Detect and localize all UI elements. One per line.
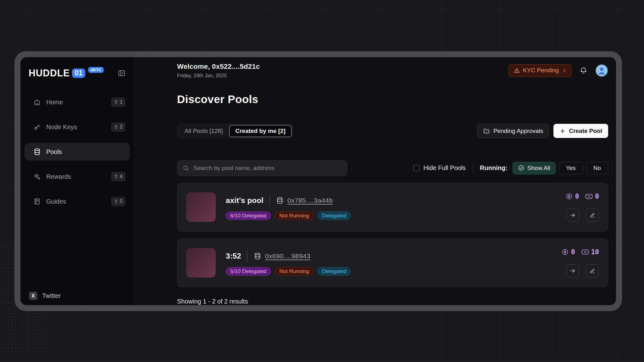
edit-pool-button[interactable] — [586, 209, 599, 222]
key-icon — [33, 123, 41, 131]
date-text: Friday, 24th Jan, 2025 — [177, 73, 260, 79]
hide-full-pools-checkbox[interactable] — [414, 165, 420, 171]
kyc-pending-button[interactable]: KYC Pending — [508, 64, 572, 77]
pending-approvals-button[interactable]: Pending Approvals — [477, 124, 549, 138]
sidebar-item-label: Rewards — [46, 173, 71, 180]
welcome-block: Welcome, 0x522....5d21c Friday, 24th Jan… — [177, 63, 260, 79]
sidebar-item-label: Node Keys — [46, 123, 77, 131]
tab-all-pools[interactable]: All Pools [128] — [179, 125, 229, 137]
sidebar-item-guides[interactable]: Guides ⇧ 5 — [25, 193, 130, 210]
running-no-button[interactable]: No — [586, 162, 608, 174]
pool-address-link[interactable]: 0x690....98943 — [265, 252, 311, 260]
main-panel: Welcome, 0x522....5d21c Friday, 24th Jan… — [134, 57, 616, 305]
sparkles-icon — [33, 173, 41, 180]
pool-card: axit's pool 0x785....3a44b 6/10 Delegate… — [177, 183, 608, 232]
pencil-icon — [589, 268, 596, 274]
ticket-icon — [585, 193, 593, 200]
hide-full-pools-label: Hide Full Pools — [424, 164, 466, 172]
search-input[interactable] — [193, 165, 342, 172]
warning-icon — [514, 67, 520, 74]
divider — [473, 163, 473, 173]
arrow-right-icon — [569, 268, 576, 274]
sidebar-footer: X Twitter — [25, 292, 130, 302]
pool-head: 3:52 0x690....98943 — [226, 250, 351, 262]
sidebar-item-label: Pools — [46, 148, 62, 156]
sidebar-item-pools[interactable]: Pools — [25, 143, 130, 161]
coin-icon — [565, 193, 573, 200]
shift-icon: ⇧ — [114, 99, 118, 106]
open-pool-button[interactable] — [566, 264, 579, 277]
stats-row: 0 10 — [561, 248, 599, 256]
sidebar-collapse-icon[interactable] — [118, 69, 126, 77]
twitter-link[interactable]: Twitter — [42, 292, 61, 299]
filter-row: Hide Full Pools Running: Show All Yes No — [177, 160, 608, 176]
pool-head: axit's pool 0x785....3a44b — [226, 194, 351, 207]
brand-logo: HUDDLE 01 dRTC — [29, 68, 126, 79]
book-icon — [33, 198, 41, 205]
ticket-icon — [581, 248, 589, 256]
pool-tabs: All Pools [128] Created by me [2] — [177, 124, 293, 138]
chevron-right-icon — [562, 68, 567, 73]
pool-thumbnail — [186, 248, 216, 277]
brand-drtc-badge: dRTC — [88, 67, 104, 73]
divider — [269, 195, 270, 206]
badge-row: 6/10 Delegated Not Running Delegated — [226, 211, 351, 220]
edit-pool-button[interactable] — [586, 264, 599, 277]
running-label: Running: — [480, 164, 508, 172]
database-icon — [33, 148, 41, 156]
delegated-status-badge: Delegated — [318, 267, 351, 276]
pool-card: 3:52 0x690....98943 5/10 Delegated Not R… — [177, 239, 608, 287]
delegated-status-badge: Delegated — [318, 211, 351, 220]
badge-row: 5/10 Delegated Not Running Delegated — [226, 267, 351, 276]
tab-created-by-me[interactable]: Created by me [2] — [229, 125, 291, 137]
action-row — [566, 209, 599, 222]
sidebar: HUDDLE 01 dRTC Home ⇧ 1 Node Keys ⇧ — [20, 57, 134, 305]
filter-right: Hide Full Pools Running: Show All Yes No — [414, 162, 608, 174]
shift-icon: ⇧ — [114, 173, 118, 180]
sidebar-item-label: Guides — [46, 198, 66, 205]
running-show-all-button[interactable]: Show All — [513, 162, 556, 174]
delegation-badge: 5/10 Delegated — [226, 267, 271, 276]
notification-bell-icon[interactable] — [579, 66, 588, 75]
credits-stat: 0 — [561, 248, 575, 256]
pool-name: 3:52 — [226, 252, 241, 261]
tickets-stat: 0 — [585, 193, 599, 200]
running-yes-button[interactable]: Yes — [559, 162, 583, 174]
sidebar-item-node-keys[interactable]: Node Keys ⇧ 2 — [25, 118, 130, 136]
shortcut-badge: ⇧ 2 — [111, 122, 125, 132]
create-pool-button[interactable]: Create Pool — [553, 124, 608, 138]
app-window: HUDDLE 01 dRTC Home ⇧ 1 Node Keys ⇧ — [20, 57, 616, 305]
tickets-stat: 10 — [581, 248, 599, 256]
check-circle-icon — [518, 165, 525, 171]
stats-row: 0 0 — [565, 193, 599, 200]
pool-info: 3:52 0x690....98943 5/10 Delegated Not R… — [226, 250, 351, 276]
results-summary: Showing 1 - 2 of 2 results — [177, 298, 608, 305]
home-icon — [33, 98, 41, 106]
shortcut-badge: ⇧ 5 — [111, 197, 125, 206]
divider — [247, 250, 248, 262]
shift-icon: ⇧ — [114, 124, 118, 130]
pool-right: 0 10 — [561, 239, 599, 287]
topbar-right: KYC Pending — [508, 64, 608, 77]
page-title: Discover Pools — [177, 93, 608, 106]
controls-right: Pending Approvals Create Pool — [477, 124, 608, 138]
x-twitter-icon[interactable]: X — [29, 292, 37, 300]
pool-thumbnail — [186, 192, 216, 222]
sidebar-item-home[interactable]: Home ⇧ 1 — [25, 93, 130, 111]
delegation-badge: 6/10 Delegated — [226, 211, 271, 220]
open-pool-button[interactable] — [566, 209, 579, 222]
database-icon — [254, 252, 261, 260]
pool-address-link[interactable]: 0x785....3a44b — [287, 197, 333, 204]
avatar[interactable] — [595, 64, 608, 77]
shortcut-badge: ⇧ 1 — [111, 97, 125, 107]
search-box — [177, 160, 347, 176]
search-icon — [182, 165, 189, 172]
plus-icon — [559, 128, 566, 134]
welcome-text: Welcome, 0x522....5d21c — [177, 63, 260, 71]
arrow-right-icon — [569, 212, 576, 218]
shift-icon: ⇧ — [114, 198, 118, 205]
sidebar-item-rewards[interactable]: Rewards ⇧ 4 — [25, 168, 130, 185]
running-status-badge: Not Running — [275, 211, 314, 220]
shortcut-badge: ⇧ 4 — [111, 172, 125, 181]
credits-stat: 0 — [565, 193, 579, 200]
